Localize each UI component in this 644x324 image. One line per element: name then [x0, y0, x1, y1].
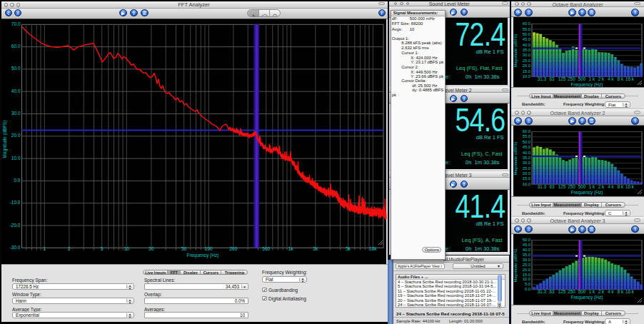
svg-text:31.3: 31.3 — [538, 289, 547, 294]
svg-text:45.0: 45.0 — [523, 243, 530, 247]
svg-text:50.0: 50.0 — [11, 66, 21, 71]
svg-text:40.0: 40.0 — [523, 248, 530, 252]
svg-text:10: 10 — [124, 246, 130, 251]
svg-text:Magnitude (dBFS): Magnitude (dBFS) — [513, 34, 518, 67]
svg-text:500: 500 — [578, 76, 586, 81]
svg-text:55.0: 55.0 — [523, 134, 530, 138]
svg-text:8 k: 8 k — [618, 289, 624, 294]
svg-text:Frequency (Hz): Frequency (Hz) — [571, 82, 603, 87]
svg-text:30.0: 30.0 — [523, 258, 530, 262]
svg-text:60.0: 60.0 — [11, 44, 21, 49]
svg-text:5k: 5k — [346, 246, 351, 251]
svg-text:2 k: 2 k — [598, 289, 605, 294]
svg-text:0.0: 0.0 — [525, 287, 530, 291]
svg-text:16 k: 16 k — [625, 76, 635, 81]
svg-text:10.0: 10.0 — [11, 156, 21, 161]
svg-text:16 k: 16 k — [625, 184, 635, 189]
svg-text:-20.0: -20.0 — [10, 223, 21, 228]
svg-text:4 k: 4 k — [608, 184, 614, 189]
svg-text:100: 100 — [205, 246, 213, 251]
svg-text:50.0: 50.0 — [523, 140, 530, 144]
svg-text:1: 1 — [43, 246, 46, 251]
svg-text:55.0: 55.0 — [523, 27, 530, 31]
svg-text:-30.0: -30.0 — [10, 245, 21, 250]
svg-text:45.0: 45.0 — [523, 145, 530, 149]
svg-text:2 k: 2 k — [598, 184, 605, 189]
svg-text:250: 250 — [568, 76, 575, 81]
svg-text:Magnitude (dBFS): Magnitude (dBFS) — [2, 121, 8, 158]
svg-text:4 k: 4 k — [608, 76, 614, 81]
svg-text:70.0: 70.0 — [11, 21, 21, 26]
svg-text:2k: 2k — [313, 246, 318, 251]
svg-text:Magnitude (dBFS): Magnitude (dBFS) — [513, 141, 518, 175]
svg-text:10k: 10k — [369, 246, 377, 251]
svg-text:30.0: 30.0 — [523, 161, 530, 165]
svg-text:40.0: 40.0 — [11, 88, 21, 93]
svg-text:1k: 1k — [288, 246, 294, 251]
svg-text:20.0: 20.0 — [523, 64, 530, 68]
svg-text:63: 63 — [549, 289, 555, 294]
svg-text:16 k: 16 k — [625, 289, 635, 294]
svg-text:250: 250 — [568, 184, 575, 189]
svg-text:63: 63 — [549, 76, 555, 81]
svg-text:20.0: 20.0 — [11, 133, 21, 138]
svg-text:4 k: 4 k — [608, 289, 614, 294]
svg-text:60.0: 60.0 — [523, 129, 530, 133]
svg-text:50.0: 50.0 — [523, 238, 530, 242]
svg-text:10.0: 10.0 — [523, 74, 530, 79]
svg-text:8 k: 8 k — [618, 184, 624, 189]
svg-text:10.0: 10.0 — [523, 277, 530, 281]
svg-text:125: 125 — [558, 184, 566, 189]
svg-text:500: 500 — [262, 246, 270, 251]
svg-text:35.0: 35.0 — [523, 48, 530, 52]
svg-text:20.0: 20.0 — [523, 268, 530, 272]
svg-text:5: 5 — [101, 246, 104, 251]
svg-text:15.0: 15.0 — [523, 272, 530, 276]
svg-text:35.0: 35.0 — [523, 156, 530, 160]
svg-text:200: 200 — [229, 246, 237, 251]
svg-text:25.0: 25.0 — [523, 59, 530, 63]
svg-text:30.0: 30.0 — [523, 53, 530, 57]
svg-text:125: 125 — [558, 76, 566, 81]
svg-text:20.0: 20.0 — [523, 171, 530, 176]
svg-text:2 k: 2 k — [598, 76, 605, 81]
svg-text:-10.0: -10.0 — [10, 200, 21, 205]
svg-text:500: 500 — [578, 289, 586, 294]
svg-text:15.0: 15.0 — [523, 69, 530, 74]
svg-text:30.0: 30.0 — [11, 111, 21, 116]
svg-text:Frequency (Hz): Frequency (Hz) — [571, 190, 603, 196]
svg-text:Frequency (Hz): Frequency (Hz) — [187, 253, 219, 258]
svg-text:31.3: 31.3 — [538, 76, 547, 81]
svg-text:15.0: 15.0 — [523, 176, 530, 181]
svg-text:45.0: 45.0 — [523, 37, 530, 41]
svg-text:1 k: 1 k — [589, 289, 595, 294]
svg-text:500: 500 — [578, 184, 586, 189]
svg-text:20: 20 — [149, 246, 154, 251]
svg-text:35.0: 35.0 — [523, 253, 530, 257]
svg-text:63: 63 — [549, 184, 555, 189]
svg-text:0.0: 0.0 — [14, 178, 20, 183]
svg-text:8 k: 8 k — [618, 76, 624, 81]
svg-text:31.3: 31.3 — [538, 184, 547, 189]
svg-text:60.0: 60.0 — [523, 21, 530, 26]
svg-text:Magnitude (dBFS): Magnitude (dBFS) — [513, 248, 518, 282]
svg-text:1 k: 1 k — [589, 76, 595, 81]
svg-text:25.0: 25.0 — [523, 166, 530, 171]
svg-text:40.0: 40.0 — [523, 43, 530, 47]
svg-text:5.0: 5.0 — [525, 282, 530, 286]
svg-text:2: 2 — [68, 246, 71, 251]
svg-text:125: 125 — [558, 289, 566, 294]
svg-text:250: 250 — [568, 289, 575, 294]
svg-text:10.0: 10.0 — [523, 182, 530, 186]
svg-text:50.0: 50.0 — [523, 32, 530, 36]
svg-text:40.0: 40.0 — [523, 150, 530, 154]
svg-text:50: 50 — [181, 246, 187, 251]
svg-text:Frequency (Hz): Frequency (Hz) — [571, 295, 603, 300]
svg-text:25.0: 25.0 — [523, 263, 530, 267]
svg-text:1 k: 1 k — [589, 184, 595, 189]
